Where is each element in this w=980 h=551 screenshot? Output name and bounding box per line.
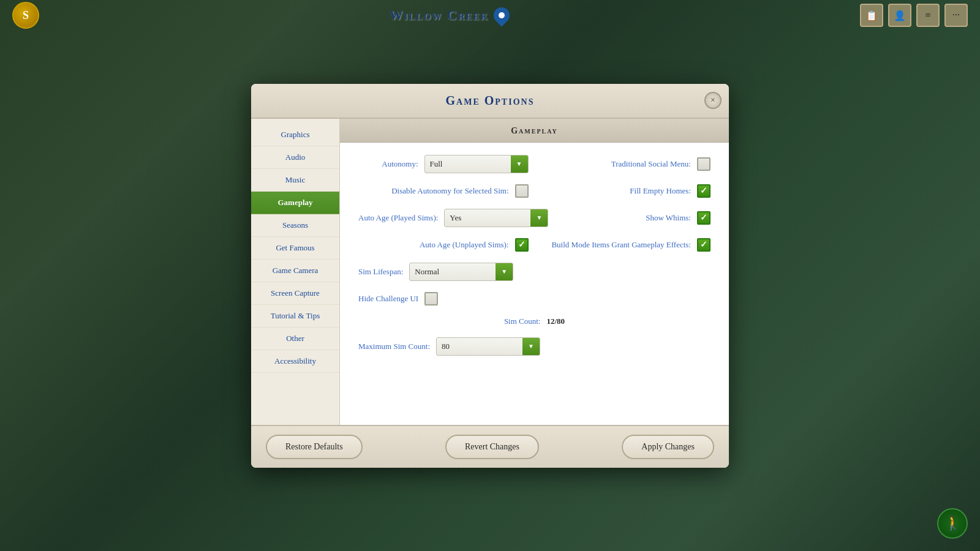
auto-age-played-field: Auto Age (Played Sims): Yes ▼ (358, 209, 548, 227)
sidebar-item-gameplay[interactable]: Gameplay (251, 192, 339, 214)
traditional-social-menu-label: Traditional Social Menu: (611, 159, 691, 169)
auto-age-played-row: Auto Age (Played Sims): Yes ▼ Show Whims… (358, 209, 710, 227)
autonomy-label: Autonomy: (382, 159, 418, 169)
traditional-social-menu-field: Traditional Social Menu: (541, 157, 711, 171)
show-whims-checkbox[interactable] (697, 211, 710, 225)
hide-challenge-row: Hide Challenge UI (358, 292, 710, 305)
sim-count-value: 12/80 (546, 317, 565, 326)
sim-lifespan-arrow: ▼ (496, 263, 513, 280)
sidebar-item-music[interactable]: Music (251, 169, 339, 192)
show-whims-field: Show Whims: (560, 211, 710, 225)
restore-defaults-button[interactable]: Restore Defaults (266, 435, 363, 459)
auto-age-played-dropdown[interactable]: Yes ▼ (444, 209, 548, 227)
disable-autonomy-field: Disable Autonomy for Selected Sim: (358, 184, 529, 198)
content-area: Gameplay Autonomy: Full ▼ Tra (340, 119, 729, 425)
sidebar-item-graphics[interactable]: Graphics (251, 124, 339, 146)
sim-count-row: Sim Count: 12/80 (358, 317, 710, 326)
dialog-footer: Restore Defaults Revert Changes Apply Ch… (251, 425, 729, 468)
close-button[interactable]: × (704, 92, 722, 109)
autonomy-dropdown-arrow: ▼ (511, 156, 528, 173)
show-whims-label: Show Whims: (646, 213, 691, 223)
max-sim-count-arrow: ▼ (522, 338, 540, 355)
max-sim-count-value: 80 (437, 342, 522, 351)
traditional-social-menu-checkbox[interactable] (697, 157, 710, 171)
auto-age-unplayed-row: Auto Age (Unplayed Sims): Build Mode Ite… (358, 238, 710, 252)
content-body: Autonomy: Full ▼ Traditional Social Menu… (340, 143, 729, 379)
hide-challenge-checkbox[interactable] (424, 292, 438, 305)
max-sim-count-dropdown[interactable]: 80 ▼ (436, 337, 540, 356)
autonomy-dropdown[interactable]: Full ▼ (424, 155, 529, 173)
disable-autonomy-checkbox[interactable] (515, 184, 529, 198)
auto-age-played-arrow: ▼ (530, 209, 548, 227)
apply-changes-button[interactable]: Apply Changes (622, 435, 714, 459)
content-section-title: Gameplay (511, 126, 558, 135)
build-mode-items-checkbox[interactable] (697, 238, 710, 252)
sim-lifespan-value: Normal (410, 267, 496, 277)
auto-age-played-label: Auto Age (Played Sims): (358, 213, 438, 223)
sidebar-item-accessibility[interactable]: Accessibility (251, 350, 339, 373)
sim-lifespan-label: Sim Lifespan: (358, 267, 403, 277)
sidebar-item-tutorial-tips[interactable]: Tutorial & Tips (251, 305, 339, 328)
autonomy-field: Autonomy: Full ▼ (358, 155, 529, 173)
max-sim-count-label: Maximum Sim Count: (358, 342, 430, 351)
disable-autonomy-label: Disable Autonomy for Selected Sim: (391, 186, 508, 196)
auto-age-unplayed-checkbox[interactable] (515, 238, 529, 252)
build-mode-items-field: Build Mode Items Grant Gameplay Effects: (541, 238, 711, 252)
modal-overlay: Game Options × Graphics Audio Music Game… (0, 0, 980, 551)
sim-lifespan-dropdown[interactable]: Normal ▼ (409, 263, 513, 281)
fill-empty-homes-label: Fill Empty Homes: (630, 186, 691, 196)
sidebar-item-get-famous[interactable]: Get Famous (251, 237, 339, 260)
sim-lifespan-row: Sim Lifespan: Normal ▼ (358, 263, 710, 281)
sidebar-item-other[interactable]: Other (251, 328, 339, 350)
autonomy-row: Autonomy: Full ▼ Traditional Social Menu… (358, 155, 710, 173)
dialog-body: Graphics Audio Music Gameplay Seasons Ge… (251, 119, 729, 425)
sidebar-item-screen-capture[interactable]: Screen Capture (251, 282, 339, 305)
autonomy-value: Full (425, 159, 511, 169)
revert-changes-button[interactable]: Revert Changes (445, 435, 539, 459)
dialog-header: Game Options × (251, 84, 729, 119)
fill-empty-homes-field: Fill Empty Homes: (541, 184, 711, 198)
hide-challenge-label: Hide Challenge UI (358, 294, 418, 304)
sidebar: Graphics Audio Music Gameplay Seasons Ge… (251, 119, 340, 425)
auto-age-unplayed-field: Auto Age (Unplayed Sims): (358, 238, 529, 252)
content-header: Gameplay (340, 119, 729, 143)
sidebar-item-seasons[interactable]: Seasons (251, 214, 339, 237)
fill-empty-homes-checkbox[interactable] (697, 184, 710, 198)
sim-count-label: Sim Count: (504, 317, 541, 326)
disable-autonomy-row: Disable Autonomy for Selected Sim: Fill … (358, 184, 710, 198)
sidebar-item-game-camera[interactable]: Game Camera (251, 260, 339, 282)
sidebar-item-audio[interactable]: Audio (251, 146, 339, 169)
build-mode-items-label: Build Mode Items Grant Gameplay Effects: (551, 240, 691, 250)
dialog-title: Game Options (446, 94, 535, 107)
max-sim-count-row: Maximum Sim Count: 80 ▼ (358, 337, 710, 356)
auto-age-played-value: Yes (445, 213, 530, 223)
game-options-dialog: Game Options × Graphics Audio Music Game… (251, 84, 729, 468)
auto-age-unplayed-label: Auto Age (Unplayed Sims): (420, 240, 509, 250)
